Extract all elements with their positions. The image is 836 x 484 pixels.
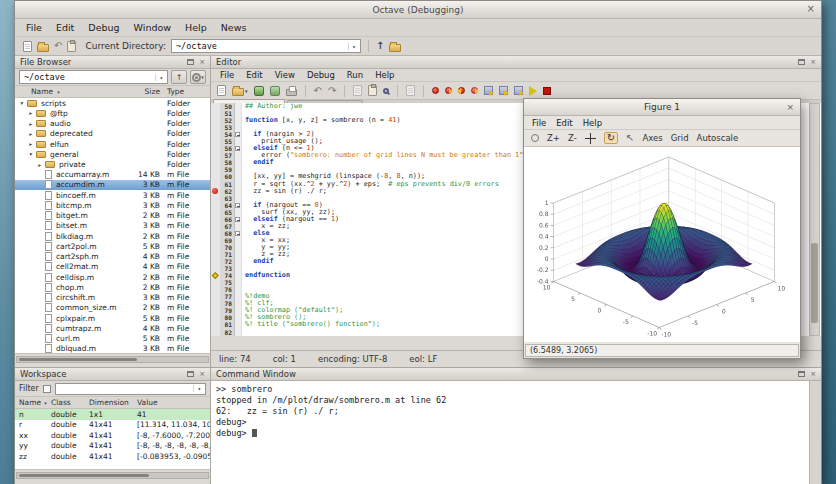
chevron-down-icon[interactable]: ▾ [348,43,356,50]
run-file-icon[interactable] [406,85,415,96]
file-row-audio[interactable]: ▸audioFolder [15,118,210,128]
menu-file[interactable]: File [527,117,551,129]
fold-margin[interactable] [235,195,242,202]
breakpoint-margin[interactable] [211,209,220,216]
fold-margin[interactable] [235,300,242,307]
breakpoint-margin[interactable] [211,195,220,202]
print-icon[interactable] [286,89,297,96]
workspace-hscrollbar[interactable] [16,472,209,479]
find-icon[interactable] [383,88,389,94]
expand-arrow-icon[interactable]: ▸ [27,110,34,116]
breakpoint-margin[interactable] [211,300,220,307]
filter-checkbox[interactable] [43,385,51,393]
previous-breakpoint-icon[interactable] [458,87,465,94]
column-name[interactable]: Name [15,398,51,407]
column-class[interactable]: Class [51,398,89,407]
remove-breakpoints-icon[interactable] [471,87,478,94]
fold-margin[interactable] [235,216,242,223]
breakpoint-margin[interactable] [211,188,220,195]
scrollbar-thumb[interactable] [811,243,818,324]
file-row-cplxpair.m[interactable]: cplxpair.m5 KBm File [15,313,210,323]
breakpoint-margin[interactable] [211,159,220,166]
fold-margin[interactable] [235,209,242,216]
column-type[interactable]: Type [164,87,210,96]
undo-icon[interactable]: ↶ [54,41,62,51]
fold-margin[interactable] [235,188,242,195]
fold-margin[interactable] [235,117,242,124]
menu-help[interactable]: Help [178,20,214,35]
paste-icon[interactable] [368,85,377,96]
menu-debug[interactable]: Debug [301,69,341,81]
step-in-icon[interactable] [499,86,508,95]
breakpoint-margin[interactable] [211,223,220,230]
fold-toggle-icon[interactable] [235,217,240,222]
filter-combo[interactable]: ▾ [55,383,206,395]
menu-edit[interactable]: Edit [49,20,81,35]
file-row-private[interactable]: ▸privateFolder [15,159,210,169]
fold-margin[interactable] [235,152,242,159]
column-value[interactable]: Value [137,398,210,407]
file-row-bitget.m[interactable]: bitget.m2 KBm File [15,211,210,221]
workspace-row-r[interactable]: rdouble41x41[11.314, 11.034, 10.763, [15,420,210,431]
undock-icon[interactable] [187,59,194,65]
menu-window[interactable]: Window [127,20,178,35]
breakpoint-margin[interactable] [211,103,220,110]
figure-close-icon[interactable]: × [786,102,794,112]
zoom-out-button[interactable]: Z- [568,133,577,143]
open-file-icon[interactable] [37,44,49,52]
fold-toggle-icon[interactable] [235,132,240,137]
column-name[interactable]: Name [15,87,122,96]
expand-arrow-icon[interactable]: ▸ [27,131,34,137]
rotate-icon[interactable]: ↻ [607,133,615,143]
breakpoint-margin[interactable] [211,251,220,258]
breakpoint-margin[interactable] [211,237,220,244]
fold-margin[interactable] [235,329,242,336]
breakpoint-margin[interactable] [211,166,220,173]
pan-icon[interactable] [585,133,596,144]
dir-up-button[interactable]: ↑ [171,70,187,84]
file-row-circshift.m[interactable]: circshift.m3 KBm File [15,292,210,302]
step-icon[interactable] [484,86,493,95]
fold-margin[interactable] [235,124,242,131]
breakpoint-margin[interactable] [211,117,220,124]
breakpoint-margin[interactable] [211,230,220,237]
path-combo[interactable]: ~/octave ▾ [19,70,168,84]
zoom-select-icon[interactable] [531,134,539,142]
file-row-accumarray.m[interactable]: accumarray.m14 KBm File [15,170,210,180]
breakpoint-margin[interactable] [211,329,220,336]
breakpoint-margin[interactable] [211,258,220,265]
open-file-icon[interactable] [232,88,244,96]
fold-margin[interactable] [235,244,242,251]
file-row-accumdim.m[interactable]: accumdim.m3 KBm File [15,180,210,190]
sombrero-3d-plot[interactable] [524,147,800,342]
expand-arrow-icon[interactable]: ▸ [27,141,34,147]
fold-margin[interactable] [235,138,242,145]
breakpoint-margin[interactable] [211,272,220,279]
actions-menu-button[interactable]: ▾ [190,70,206,84]
breakpoint-margin[interactable] [211,145,220,152]
file-row-cart2sph.m[interactable]: cart2sph.m4 KBm File [15,252,210,262]
fold-margin[interactable] [235,293,242,300]
fold-margin[interactable] [235,251,242,258]
breakpoint-margin[interactable] [211,181,220,188]
breakpoint-margin[interactable] [211,124,220,131]
file-row-cell2mat.m[interactable]: cell2mat.m4 KBm File [15,262,210,272]
scrollbar-thumb[interactable] [19,474,149,477]
file-row-chop.m[interactable]: chop.m2 KBm File [15,282,210,292]
undock-icon[interactable] [798,59,805,65]
new-file-icon[interactable] [217,85,226,96]
workspace-row-yy[interactable]: yydouble41x41[-8, -8, -8, -8, -8, -8, - [15,441,210,452]
command-window-vscrollbar[interactable] [809,381,821,484]
breakpoint-margin[interactable] [211,173,220,180]
file-row-scripts[interactable]: ▾scriptsFolder [15,98,210,108]
save-file-icon[interactable] [254,86,264,96]
fold-margin[interactable] [235,258,242,265]
fold-margin[interactable] [235,103,242,110]
expand-arrow-icon[interactable]: ▸ [36,162,43,168]
chevron-down-icon[interactable]: ▾ [155,74,163,81]
new-script-icon[interactable] [23,41,32,52]
breakpoint-margin[interactable] [211,244,220,251]
file-row-cart2pol.m[interactable]: cart2pol.m5 KBm File [15,241,210,251]
copy-icon[interactable] [353,85,362,96]
fold-margin[interactable] [235,321,242,328]
